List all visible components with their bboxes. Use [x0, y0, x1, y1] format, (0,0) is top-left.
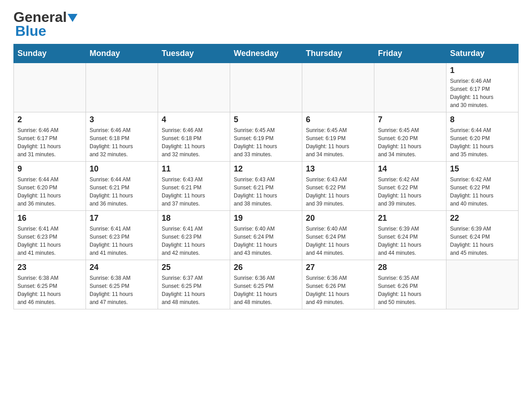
- svg-marker-0: [68, 14, 77, 22]
- day-info: Sunrise: 6:44 AMSunset: 6:21 PMDaylight:…: [90, 176, 154, 208]
- calendar-cell: 8Sunrise: 6:44 AMSunset: 6:20 PMDaylight…: [446, 112, 519, 162]
- weekday-header-saturday: Saturday: [446, 44, 519, 63]
- calendar-week-row: 1Sunrise: 6:46 AMSunset: 6:17 PMDaylight…: [14, 63, 519, 112]
- calendar-cell: [158, 63, 230, 112]
- day-number: 2: [17, 115, 82, 124]
- day-info: Sunrise: 6:43 AMSunset: 6:22 PMDaylight:…: [306, 176, 370, 208]
- calendar-cell: [374, 63, 446, 112]
- day-info: Sunrise: 6:46 AMSunset: 6:17 PMDaylight:…: [450, 77, 515, 109]
- weekday-header-thursday: Thursday: [302, 44, 374, 63]
- day-number: 28: [378, 263, 442, 272]
- day-info: Sunrise: 6:38 AMSunset: 6:25 PMDaylight:…: [17, 274, 82, 306]
- calendar-cell: 3Sunrise: 6:46 AMSunset: 6:18 PMDaylight…: [86, 112, 158, 162]
- calendar-cell: 18Sunrise: 6:41 AMSunset: 6:23 PMDayligh…: [158, 211, 230, 260]
- day-number: 4: [162, 115, 226, 124]
- calendar-cell: 5Sunrise: 6:45 AMSunset: 6:19 PMDaylight…: [230, 112, 302, 162]
- calendar-cell: [230, 63, 302, 112]
- day-number: 19: [234, 214, 298, 223]
- day-info: Sunrise: 6:46 AMSunset: 6:18 PMDaylight:…: [90, 126, 154, 158]
- day-info: Sunrise: 6:46 AMSunset: 6:18 PMDaylight:…: [162, 126, 226, 158]
- day-number: 9: [17, 164, 82, 174]
- day-info: Sunrise: 6:45 AMSunset: 6:20 PMDaylight:…: [378, 126, 442, 158]
- logo-triangle-icon: [68, 14, 77, 22]
- day-info: Sunrise: 6:42 AMSunset: 6:22 PMDaylight:…: [378, 176, 442, 208]
- day-number: 5: [234, 115, 298, 124]
- calendar-cell: 11Sunrise: 6:43 AMSunset: 6:21 PMDayligh…: [158, 162, 230, 211]
- day-info: Sunrise: 6:36 AMSunset: 6:26 PMDaylight:…: [306, 274, 370, 306]
- calendar-cell: 7Sunrise: 6:45 AMSunset: 6:20 PMDaylight…: [374, 112, 446, 162]
- weekday-header-sunday: Sunday: [14, 44, 86, 63]
- day-number: 20: [306, 214, 370, 223]
- logo-blue: Blue: [15, 23, 46, 39]
- weekday-header-friday: Friday: [374, 44, 446, 63]
- calendar-cell: 10Sunrise: 6:44 AMSunset: 6:21 PMDayligh…: [86, 162, 158, 211]
- day-number: 13: [306, 164, 370, 174]
- calendar-cell: 26Sunrise: 6:36 AMSunset: 6:25 PMDayligh…: [230, 260, 302, 309]
- day-number: 27: [306, 263, 370, 272]
- day-info: Sunrise: 6:44 AMSunset: 6:20 PMDaylight:…: [450, 126, 515, 158]
- calendar-week-row: 16Sunrise: 6:41 AMSunset: 6:23 PMDayligh…: [14, 211, 519, 260]
- calendar-body: 1Sunrise: 6:46 AMSunset: 6:17 PMDaylight…: [14, 63, 519, 309]
- calendar-cell: 27Sunrise: 6:36 AMSunset: 6:26 PMDayligh…: [302, 260, 374, 309]
- day-number: 6: [306, 115, 370, 124]
- calendar-cell: 20Sunrise: 6:40 AMSunset: 6:24 PMDayligh…: [302, 211, 374, 260]
- day-number: 3: [90, 115, 154, 124]
- calendar-cell: 16Sunrise: 6:41 AMSunset: 6:23 PMDayligh…: [14, 211, 86, 260]
- day-number: 12: [234, 164, 298, 174]
- day-number: 10: [90, 164, 154, 174]
- calendar-cell: [86, 63, 158, 112]
- day-number: 22: [450, 214, 515, 223]
- day-info: Sunrise: 6:42 AMSunset: 6:22 PMDaylight:…: [450, 176, 515, 208]
- calendar-cell: 21Sunrise: 6:39 AMSunset: 6:24 PMDayligh…: [374, 211, 446, 260]
- day-number: 25: [162, 263, 226, 272]
- calendar-cell: 13Sunrise: 6:43 AMSunset: 6:22 PMDayligh…: [302, 162, 374, 211]
- day-number: 18: [162, 214, 226, 223]
- day-number: 15: [450, 164, 515, 174]
- day-info: Sunrise: 6:36 AMSunset: 6:25 PMDaylight:…: [234, 274, 298, 306]
- day-info: Sunrise: 6:38 AMSunset: 6:25 PMDaylight:…: [90, 274, 154, 306]
- day-info: Sunrise: 6:39 AMSunset: 6:24 PMDaylight:…: [378, 225, 442, 257]
- calendar-cell: 28Sunrise: 6:35 AMSunset: 6:26 PMDayligh…: [374, 260, 446, 309]
- day-number: 24: [90, 263, 154, 272]
- weekday-header-row: SundayMondayTuesdayWednesdayThursdayFrid…: [14, 44, 519, 63]
- day-info: Sunrise: 6:37 AMSunset: 6:25 PMDaylight:…: [162, 274, 226, 306]
- calendar-cell: 1Sunrise: 6:46 AMSunset: 6:17 PMDaylight…: [446, 63, 519, 112]
- calendar-cell: 9Sunrise: 6:44 AMSunset: 6:20 PMDaylight…: [14, 162, 86, 211]
- day-number: 1: [450, 66, 515, 75]
- calendar-cell: 24Sunrise: 6:38 AMSunset: 6:25 PMDayligh…: [86, 260, 158, 309]
- calendar-week-row: 23Sunrise: 6:38 AMSunset: 6:25 PMDayligh…: [14, 260, 519, 309]
- day-info: Sunrise: 6:45 AMSunset: 6:19 PMDaylight:…: [234, 126, 298, 158]
- calendar-header: SundayMondayTuesdayWednesdayThursdayFrid…: [14, 44, 519, 63]
- day-number: 14: [378, 164, 442, 174]
- weekday-header-monday: Monday: [86, 44, 158, 63]
- calendar-cell: 19Sunrise: 6:40 AMSunset: 6:24 PMDayligh…: [230, 211, 302, 260]
- weekday-header-tuesday: Tuesday: [158, 44, 230, 63]
- day-info: Sunrise: 6:44 AMSunset: 6:20 PMDaylight:…: [17, 176, 82, 208]
- day-number: 21: [378, 214, 442, 223]
- calendar-table: SundayMondayTuesdayWednesdayThursdayFrid…: [13, 44, 519, 309]
- calendar-cell: [446, 260, 519, 309]
- day-number: 11: [162, 164, 226, 174]
- page-header: General Blue: [13, 9, 519, 39]
- calendar-cell: 14Sunrise: 6:42 AMSunset: 6:22 PMDayligh…: [374, 162, 446, 211]
- day-info: Sunrise: 6:45 AMSunset: 6:19 PMDaylight:…: [306, 126, 370, 158]
- calendar-cell: [14, 63, 86, 112]
- calendar-week-row: 2Sunrise: 6:46 AMSunset: 6:17 PMDaylight…: [14, 112, 519, 162]
- calendar-cell: 17Sunrise: 6:41 AMSunset: 6:23 PMDayligh…: [86, 211, 158, 260]
- calendar-cell: 6Sunrise: 6:45 AMSunset: 6:19 PMDaylight…: [302, 112, 374, 162]
- day-number: 8: [450, 115, 515, 124]
- day-number: 16: [17, 214, 82, 223]
- day-number: 17: [90, 214, 154, 223]
- day-info: Sunrise: 6:40 AMSunset: 6:24 PMDaylight:…: [234, 225, 298, 257]
- calendar-cell: 23Sunrise: 6:38 AMSunset: 6:25 PMDayligh…: [14, 260, 86, 309]
- day-info: Sunrise: 6:41 AMSunset: 6:23 PMDaylight:…: [162, 225, 226, 257]
- day-info: Sunrise: 6:41 AMSunset: 6:23 PMDaylight:…: [90, 225, 154, 257]
- calendar-cell: 2Sunrise: 6:46 AMSunset: 6:17 PMDaylight…: [14, 112, 86, 162]
- day-info: Sunrise: 6:35 AMSunset: 6:26 PMDaylight:…: [378, 274, 442, 306]
- calendar-cell: 15Sunrise: 6:42 AMSunset: 6:22 PMDayligh…: [446, 162, 519, 211]
- day-info: Sunrise: 6:43 AMSunset: 6:21 PMDaylight:…: [234, 176, 298, 208]
- weekday-header-wednesday: Wednesday: [230, 44, 302, 63]
- day-info: Sunrise: 6:46 AMSunset: 6:17 PMDaylight:…: [17, 126, 82, 158]
- logo: General Blue: [13, 9, 77, 39]
- calendar-cell: 4Sunrise: 6:46 AMSunset: 6:18 PMDaylight…: [158, 112, 230, 162]
